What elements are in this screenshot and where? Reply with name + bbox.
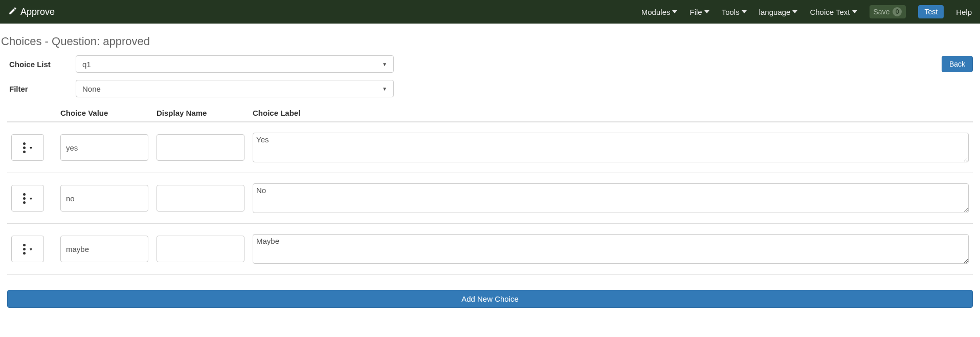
row-filter: Filter None ▼ bbox=[0, 80, 980, 97]
chevron-down-icon: ▼ bbox=[382, 61, 387, 67]
row-choice-list: Choice List q1 ▼ Back bbox=[0, 55, 980, 73]
chevron-down-icon: ▼ bbox=[382, 86, 387, 92]
choice-list-label: Choice List bbox=[0, 60, 76, 69]
menu-file-label: File bbox=[689, 8, 702, 16]
navbar-brand[interactable]: Approve bbox=[8, 6, 55, 18]
table-row: ▾ bbox=[7, 122, 973, 173]
choice-list-select[interactable]: q1 ▼ bbox=[76, 55, 394, 73]
th-choice-label: Choice Label bbox=[249, 104, 973, 121]
chevron-down-icon: ▾ bbox=[30, 246, 32, 252]
add-new-choice-button[interactable]: Add New Choice bbox=[7, 290, 973, 308]
filter-value: None bbox=[82, 85, 101, 93]
brand-text: Approve bbox=[20, 7, 55, 17]
menu-file[interactable]: File bbox=[689, 8, 709, 16]
table-header: Choice Value Display Name Choice Label bbox=[7, 104, 973, 122]
chevron-down-icon: ▾ bbox=[30, 196, 32, 201]
display-name-input[interactable] bbox=[157, 185, 244, 212]
help-link[interactable]: Help bbox=[956, 8, 972, 16]
menu-language[interactable]: language bbox=[759, 8, 798, 16]
save-button[interactable]: Save 0 bbox=[870, 5, 906, 18]
test-button-label: Test bbox=[924, 8, 938, 16]
chevron-down-icon bbox=[672, 9, 677, 14]
row-actions-button[interactable]: ▾ bbox=[11, 185, 44, 212]
menu-language-label: language bbox=[759, 8, 791, 16]
choice-value-input[interactable] bbox=[60, 134, 148, 161]
filter-select[interactable]: None ▼ bbox=[76, 80, 394, 97]
save-count-badge: 0 bbox=[893, 7, 902, 16]
navbar-right: Modules File Tools language Choice Text … bbox=[641, 5, 972, 18]
test-button[interactable]: Test bbox=[918, 5, 944, 18]
chevron-down-icon bbox=[704, 9, 709, 14]
help-link-label: Help bbox=[956, 8, 972, 16]
display-name-input[interactable] bbox=[157, 236, 244, 262]
kebab-menu-icon bbox=[23, 193, 26, 204]
row-actions-button[interactable]: ▾ bbox=[11, 134, 44, 161]
filter-label: Filter bbox=[0, 85, 76, 93]
page-title: Choices - Question: approved bbox=[1, 35, 980, 48]
kebab-menu-icon bbox=[23, 142, 26, 153]
choice-value-input[interactable] bbox=[60, 185, 148, 212]
choice-value-input[interactable] bbox=[60, 236, 148, 262]
th-display-name: Display Name bbox=[152, 104, 249, 121]
back-button-label: Back bbox=[949, 60, 965, 68]
save-button-label: Save bbox=[874, 8, 890, 16]
menu-modules[interactable]: Modules bbox=[641, 8, 678, 16]
row-actions-button[interactable]: ▾ bbox=[11, 236, 44, 262]
choice-label-input[interactable] bbox=[253, 183, 969, 213]
page-body: Choices - Question: approved Choice List… bbox=[0, 24, 980, 318]
chevron-down-icon bbox=[852, 9, 857, 14]
th-choice-value: Choice Value bbox=[56, 104, 152, 121]
choice-list-value: q1 bbox=[82, 60, 91, 69]
edit-icon bbox=[8, 6, 17, 18]
navbar: Approve Modules File Tools language Choi… bbox=[0, 0, 980, 24]
chevron-down-icon bbox=[742, 9, 747, 14]
kebab-menu-icon bbox=[23, 244, 26, 255]
table-row: ▾ bbox=[7, 224, 973, 275]
menu-tools-label: Tools bbox=[722, 8, 740, 16]
chevron-down-icon bbox=[792, 9, 797, 14]
choice-label-input[interactable] bbox=[253, 133, 969, 162]
choice-label-input[interactable] bbox=[253, 234, 969, 264]
chevron-down-icon: ▾ bbox=[30, 145, 32, 151]
add-new-choice-label: Add New Choice bbox=[461, 294, 519, 303]
table-row: ▾ bbox=[7, 173, 973, 224]
choices-table: Choice Value Display Name Choice Label ▾ bbox=[7, 104, 973, 275]
menu-choice-text-label: Choice Text bbox=[810, 8, 850, 16]
menu-choice-text[interactable]: Choice Text bbox=[810, 8, 857, 16]
menu-tools[interactable]: Tools bbox=[722, 8, 747, 16]
back-button[interactable]: Back bbox=[942, 56, 973, 72]
display-name-input[interactable] bbox=[157, 134, 244, 161]
menu-modules-label: Modules bbox=[641, 8, 671, 16]
